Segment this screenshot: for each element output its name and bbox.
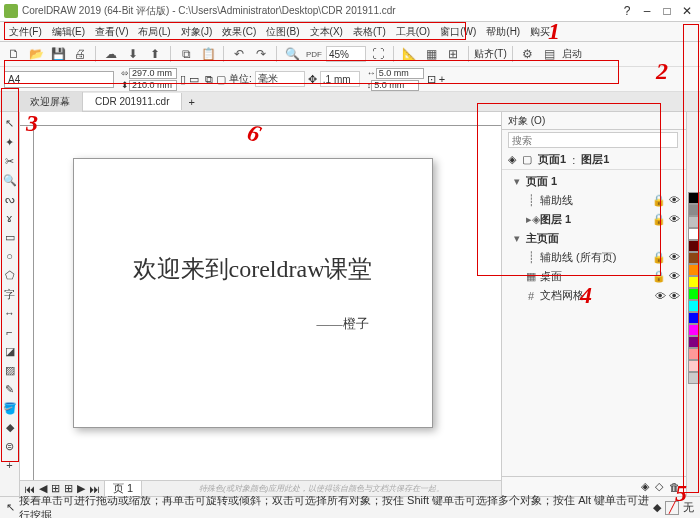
add-icon[interactable]: + [439,73,445,85]
color-swatch[interactable] [688,252,700,264]
maximize-button[interactable]: □ [658,4,676,18]
menu-text[interactable]: 文本(X) [305,25,348,39]
color-swatch[interactable] [688,372,700,384]
ruler-icon[interactable]: 📐 [399,44,419,64]
horizontal-ruler[interactable] [20,112,501,126]
transparency-tool-icon[interactable]: ▨ [1,361,19,379]
page-width-input[interactable] [129,68,177,79]
canvas[interactable]: 欢迎来到coreldraw课堂 ——橙子 [34,126,501,480]
parallel-tool-icon[interactable]: ↔ [1,304,19,322]
menu-table[interactable]: 表格(T) [348,25,391,39]
freehand-tool-icon[interactable]: ᔓ [1,190,19,208]
tree-master-guides[interactable]: ┊辅助线 (所有页)🔒 👁 [506,248,682,267]
menu-file[interactable]: 文件(F) [4,25,47,39]
color-swatch[interactable] [688,348,700,360]
smartfill-tool-icon[interactable]: ◆ [1,418,19,436]
crop-tool-icon[interactable]: ✂ [1,152,19,170]
dropshadow-tool-icon[interactable]: ◪ [1,342,19,360]
help-button[interactable]: ? [618,4,636,18]
new-master-icon[interactable]: ◇ [655,480,663,493]
tree-master[interactable]: ▾主页面 [506,229,682,248]
crumb-layer[interactable]: 图层1 [581,152,609,167]
open-icon[interactable]: 📂 [26,44,46,64]
color-swatch[interactable] [688,240,700,252]
export-icon[interactable]: ⬆ [145,44,165,64]
current-page-icon[interactable]: ▢ [216,73,226,86]
last-page-icon[interactable]: ⏭ [89,483,100,495]
menu-tools[interactable]: 工具(O) [391,25,435,39]
next-page-icon[interactable]: ▶ [77,482,85,495]
menu-bitmap[interactable]: 位图(B) [261,25,304,39]
color-swatch[interactable] [688,204,700,216]
snap-label[interactable]: 贴齐(T) [474,47,507,61]
menu-object[interactable]: 对象(J) [176,25,218,39]
add-page-before-icon[interactable]: ⊞ [51,482,60,495]
all-pages-icon[interactable]: ⧉ [205,73,213,86]
fill-tool-icon[interactable]: 🪣 [1,399,19,417]
pick-tool-icon[interactable]: ↖ [1,114,19,132]
tree-desktop[interactable]: ▦桌面🔒 👁 [506,267,682,286]
connector-tool-icon[interactable]: ⌐ [1,323,19,341]
tree-layer1[interactable]: ▸◈图层 1🔒 👁 [506,210,682,229]
tab-welcome[interactable]: 欢迎屏幕 [18,92,83,112]
tree-grid[interactable]: #文档网格👁 👁 [506,286,682,305]
undo-icon[interactable]: ↶ [229,44,249,64]
portrait-icon[interactable]: ▯ [180,73,186,86]
search-icon[interactable]: 🔍 [282,44,302,64]
new-tab-button[interactable]: + [182,96,200,108]
color-swatch[interactable] [688,300,700,312]
page-label[interactable]: 页 1 [104,480,142,496]
new-layer-icon[interactable]: ◈ [641,480,649,493]
color-swatch[interactable] [688,288,700,300]
new-icon[interactable]: 🗋 [4,44,24,64]
delete-icon[interactable]: 🗑 [669,481,680,493]
dup-h-input[interactable] [376,68,424,79]
color-swatch[interactable] [688,228,700,240]
menu-buy[interactable]: 购买 [525,25,555,39]
vertical-ruler[interactable] [20,126,34,480]
eyedropper-tool-icon[interactable]: ✎ [1,380,19,398]
color-swatch[interactable] [688,360,700,372]
color-swatch[interactable] [688,216,700,228]
menu-effects[interactable]: 效果(C) [217,25,261,39]
landscape-icon[interactable]: ▭ [189,73,199,86]
tab-document[interactable]: CDR 201911.cdr [83,93,182,110]
tree-page1[interactable]: ▾页面 1 [506,172,682,191]
ellipse-tool-icon[interactable]: ○ [1,247,19,265]
zoom-input[interactable] [326,46,366,62]
units-select[interactable] [255,71,305,87]
color-swatch[interactable] [688,312,700,324]
fullscreen-icon[interactable]: ⛶ [368,44,388,64]
color-swatch[interactable] [688,192,700,204]
guides-icon[interactable]: ⊞ [443,44,463,64]
docker-search-input[interactable] [508,132,678,148]
menu-window[interactable]: 窗口(W) [435,25,481,39]
fill-indicator-icon[interactable]: ◆ [653,501,661,514]
artistic-tool-icon[interactable]: ɤ [1,209,19,227]
color-swatch[interactable] [688,264,700,276]
pdf-icon[interactable]: PDF [304,44,324,64]
launch-label[interactable]: 启动 [562,47,582,61]
options-icon[interactable]: ⚙ [518,44,538,64]
redo-icon[interactable]: ↷ [251,44,271,64]
prev-page-icon[interactable]: ◀ [39,482,47,495]
nudge-input[interactable] [320,71,360,87]
rectangle-tool-icon[interactable]: ▭ [1,228,19,246]
dup-v-input[interactable] [371,80,419,91]
grid-icon[interactable]: ▦ [421,44,441,64]
menu-view[interactable]: 查看(V) [90,25,133,39]
treat-obj-icon[interactable]: ⊡ [427,73,436,86]
cloud-icon[interactable]: ☁ [101,44,121,64]
add-page-after-icon[interactable]: ⊞ [64,482,73,495]
menu-help[interactable]: 帮助(H) [481,25,525,39]
zoom-tool-icon[interactable]: 🔍 [1,171,19,189]
text-tool-icon[interactable]: 字 [1,285,19,303]
copy-icon[interactable]: ⧉ [176,44,196,64]
polygon-tool-icon[interactable]: ⬠ [1,266,19,284]
color-swatch[interactable] [688,336,700,348]
page-icon[interactable]: ▢ [522,153,532,166]
crumb-page[interactable]: 页面1 [538,152,566,167]
more-tools-icon[interactable]: + [1,456,19,474]
save-icon[interactable]: 💾 [48,44,68,64]
menu-layout[interactable]: 布局(L) [133,25,175,39]
